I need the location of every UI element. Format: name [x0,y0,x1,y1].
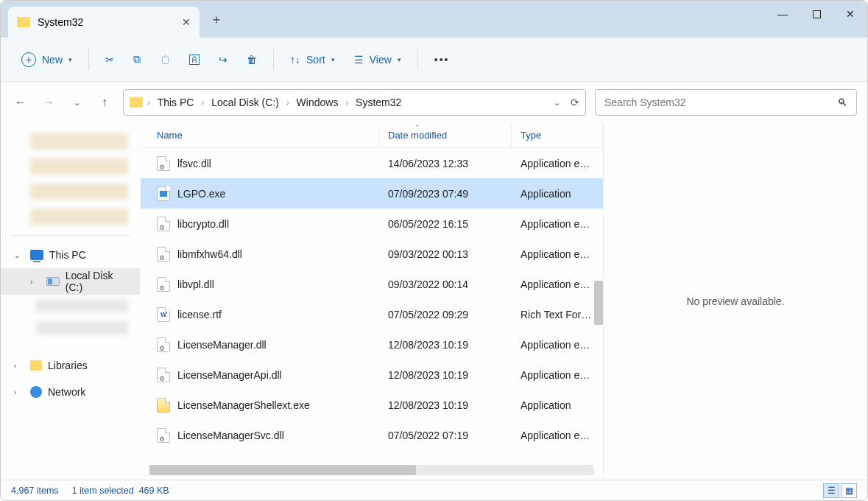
back-button[interactable]: ← [11,93,30,112]
search-input[interactable] [604,97,837,108]
delete-button[interactable]: 🗑 [239,46,264,73]
view-button[interactable]: ☰ View ▾ [347,46,409,73]
file-icon [157,217,170,231]
column-header-date[interactable]: Date modified [379,123,512,147]
new-button[interactable]: + New ▾ [14,46,80,73]
recent-dropdown[interactable]: ⌄ [67,93,86,112]
file-row[interactable]: libvpl.dll09/03/2022 00:14Application ex… [141,269,603,299]
file-row[interactable]: license.rtf07/05/2022 09:29Rich Text For… [141,299,603,329]
forward-button[interactable]: → [39,93,58,112]
file-date: 06/05/2022 16:15 [379,218,512,230]
chevron-right-icon: › [286,98,289,107]
file-name: libvpl.dll [177,278,214,290]
title-bar: System32 ✕ ＋ — ✕ [1,1,867,38]
file-row[interactable]: LicenseManagerShellext.exe12/08/2023 10:… [141,390,603,420]
file-name: LicenseManagerSvc.dll [177,430,284,441]
more-button[interactable]: ••• [427,46,457,73]
tab-close-button[interactable]: ✕ [182,16,191,28]
breadcrumb[interactable]: This PC [155,95,197,110]
chevron-down-icon[interactable]: ⌄ [14,251,24,259]
view-label: View [370,54,392,66]
file-date: 07/05/2022 07:19 [379,430,512,441]
tab-system32[interactable]: System32 ✕ [8,7,200,38]
file-row[interactable]: libcrypto.dll06/05/2022 16:15Application… [141,209,603,239]
file-name: libmfxhw64.dll [177,248,242,260]
file-icon [157,398,170,413]
file-date: 12/08/2023 10:19 [379,339,512,351]
file-date: 09/03/2022 00:14 [379,278,512,290]
address-bar[interactable]: › This PC › Local Disk (C:) › Windows › … [123,89,586,116]
sidebar-item-blurred[interactable] [30,133,128,150]
file-row[interactable]: LGPO.exe07/09/2023 07:49Application [141,178,603,209]
column-header-name[interactable]: Name [141,123,379,147]
close-button[interactable]: ✕ [833,1,867,27]
up-button[interactable]: ↑ [95,93,114,112]
file-type: Application extension [512,430,603,441]
paste-button[interactable]: 📋︎ [152,46,177,73]
column-headers: ⌃ Name Date modified Type [141,123,603,148]
sidebar-item-blurred[interactable] [30,183,128,200]
file-date: 09/03/2022 00:13 [379,248,512,260]
chevron-down-icon: ▾ [331,56,335,63]
file-type: Application extension [512,248,603,260]
sidebar-label: Local Disk (C:) [66,270,133,293]
column-header-type[interactable]: Type [512,123,603,147]
file-list-pane: ⌃ Name Date modified Type lfsvc.dll14/06… [141,123,604,480]
breadcrumb[interactable]: System32 [353,95,404,110]
chevron-right-icon: › [345,98,348,107]
file-rows: lfsvc.dll14/06/2023 12:33Application ext… [141,148,603,462]
chevron-right-icon[interactable]: › [14,362,24,370]
file-row[interactable]: LicenseManagerApi.dll12/08/2023 10:19App… [141,360,603,390]
sidebar-item-blurred[interactable] [30,158,128,175]
pc-icon [30,250,43,260]
new-tab-button[interactable]: ＋ [204,7,229,32]
file-icon [157,337,170,352]
sidebar-item-local-disk[interactable]: › Local Disk (C:) [1,268,140,295]
sidebar-item-this-pc[interactable]: ⌄ This PC [1,242,140,268]
cut-button[interactable]: ✂ [98,46,121,73]
separator [88,49,89,70]
breadcrumb[interactable]: Windows [294,95,342,110]
list-icon: ☰ [354,54,364,66]
file-row[interactable]: LicenseManager.dll12/08/2023 10:19Applic… [141,329,603,360]
file-date: 12/08/2023 10:19 [379,369,512,381]
sidebar-label: Network [48,386,85,398]
details-view-button[interactable]: ☰ [823,483,839,498]
chevron-right-icon: › [201,98,204,107]
address-dropdown[interactable]: ⌄ [554,98,560,108]
file-icon [157,307,170,322]
nav-row: ← → ⌄ ↑ › This PC › Local Disk (C:) › Wi… [1,82,867,123]
file-name: libcrypto.dll [177,218,229,230]
file-row[interactable]: libmfxhw64.dll09/03/2022 00:13Applicatio… [141,239,603,269]
sidebar-item-network[interactable]: › Network [1,379,140,405]
sidebar-item-libraries[interactable]: › Libraries [1,352,140,379]
file-icon [157,277,170,292]
search-box[interactable]: 🔍︎ [595,89,857,116]
scrollbar-horizontal[interactable] [149,465,594,475]
window-controls: — ✕ [766,1,867,27]
sidebar-item-blurred[interactable] [30,209,128,225]
libraries-icon [30,360,42,371]
nav-sidebar: ⌄ This PC › Local Disk (C:) › Libraries … [1,123,141,480]
maximize-button[interactable] [800,1,833,27]
minimize-button[interactable]: — [766,1,800,27]
sort-button[interactable]: ↑↓ Sort ▾ [283,46,342,73]
sidebar-item-blurred[interactable] [36,321,128,334]
rename-button[interactable]: 🄰 [182,46,207,73]
file-row[interactable]: lfsvc.dll14/06/2023 12:33Application ext… [141,148,603,178]
file-row[interactable]: LicenseManagerSvc.dll07/05/2022 07:19App… [141,420,603,450]
copy-icon: ⧉ [133,53,141,66]
file-type: Application extension [512,339,603,351]
preview-pane: No preview available. [604,123,867,480]
preview-message: No preview available. [686,295,784,307]
breadcrumb[interactable]: Local Disk (C:) [208,95,282,110]
chevron-right-icon[interactable]: › [30,278,40,286]
sidebar-item-blurred[interactable] [36,299,128,312]
share-button[interactable]: ↪ [211,46,235,73]
scrollbar-vertical[interactable] [594,281,603,325]
thumbnails-view-button[interactable]: ▦ [841,483,857,498]
file-type: Application extension [512,158,603,169]
refresh-button[interactable]: ⟳ [571,97,579,108]
copy-button[interactable]: ⧉ [126,46,148,73]
chevron-right-icon[interactable]: › [14,388,24,396]
